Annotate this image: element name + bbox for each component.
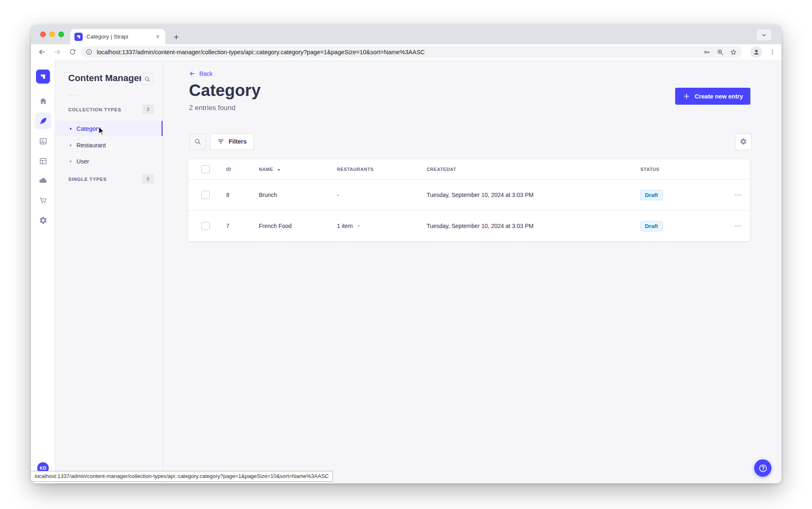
tab-search-chevron-icon[interactable]: [757, 29, 771, 41]
select-all-checkbox[interactable]: [201, 165, 210, 173]
minimize-window-button[interactable]: [49, 31, 55, 37]
nav-marketplace-icon[interactable]: [35, 192, 51, 209]
site-info-icon[interactable]: [86, 48, 93, 55]
tab-strip: Category | Strapi: [31, 25, 781, 44]
entries-table: ID NAME RESTAURANTS CREATEDAT STATUS 8 B…: [188, 159, 750, 241]
create-new-entry-label: Create new entry: [695, 93, 743, 100]
cell-name: French Food: [251, 223, 329, 229]
browser-toolbar: localhost:1337/admin/content-manager/col…: [31, 44, 781, 60]
subnav-divider: [68, 95, 78, 96]
tab-close-icon[interactable]: [154, 33, 161, 41]
sort-ascending-icon: [276, 167, 282, 172]
page-title: Category: [189, 81, 260, 100]
nav-settings-icon[interactable]: [35, 212, 51, 228]
question-mark-icon: [758, 463, 768, 473]
bullet-icon: [70, 144, 72, 146]
cell-restaurants: -: [329, 192, 418, 198]
subnav-title: Content Manager: [68, 73, 143, 84]
main-nav-rail: KD: [31, 60, 55, 483]
expand-caret-icon[interactable]: [356, 223, 361, 229]
plus-icon: [683, 92, 690, 100]
browser-profile-icon[interactable]: [750, 46, 762, 58]
collection-types-count-badge: 3: [143, 105, 153, 114]
nav-content-manager-icon[interactable]: [35, 113, 51, 129]
subnav-item-restaurant[interactable]: Restaurant: [55, 137, 162, 153]
password-manager-icon[interactable]: [703, 48, 711, 56]
close-window-button[interactable]: [40, 31, 46, 37]
column-header-createdat[interactable]: CREATEDAT: [418, 167, 632, 172]
column-header-restaurants[interactable]: RESTAURANTS: [329, 167, 418, 172]
reload-icon[interactable]: [67, 47, 77, 57]
subnav-item-label: User: [76, 158, 89, 165]
table-row[interactable]: 8 Brunch - Tuesday, September 10, 2024 a…: [188, 179, 750, 210]
table-row[interactable]: 7 French Food 1 item Tuesday, September …: [188, 210, 750, 241]
browser-window: Category | Strapi localhost:1337/admin/c…: [31, 25, 781, 483]
search-entries-icon[interactable]: [189, 133, 206, 150]
cell-id: 8: [218, 192, 251, 198]
single-types-label: SINGLE TYPES: [68, 177, 107, 182]
forward-navigation-icon[interactable]: [52, 47, 62, 57]
address-bar[interactable]: localhost:1337/admin/content-manager/col…: [81, 46, 742, 58]
back-link[interactable]: Back: [189, 70, 213, 77]
filters-label: Filters: [229, 138, 247, 145]
status-badge: Draft: [640, 190, 663, 200]
content-manager-subnav: Content Manager COLLECTION TYPES 3 Categ…: [55, 60, 163, 483]
browser-menu-icon[interactable]: [767, 47, 777, 57]
bookmark-star-icon[interactable]: [730, 48, 737, 56]
cell-restaurants[interactable]: 1 item: [329, 223, 418, 229]
main-content: Back Category 2 entries found Create new…: [163, 60, 781, 483]
link-preview-statusbar: localhost:1337/admin/content-manager/col…: [31, 471, 333, 482]
fullscreen-window-button[interactable]: [58, 31, 64, 37]
back-arrow-icon: [189, 70, 196, 77]
cell-createdat: Tuesday, September 10, 2024 at 3:03 PM: [418, 192, 632, 198]
single-types-count-badge: 0: [143, 174, 153, 183]
column-header-status[interactable]: STATUS: [632, 167, 717, 172]
nav-home-icon[interactable]: [35, 93, 51, 109]
strapi-admin: KD Content Manager COLLECTION TYPES 3 Ca…: [31, 60, 781, 483]
window-controls: [40, 31, 64, 37]
nav-content-type-builder-icon[interactable]: [35, 153, 51, 169]
row-actions-menu-icon[interactable]: [717, 191, 750, 199]
column-header-id[interactable]: ID: [218, 167, 251, 172]
back-navigation-icon[interactable]: [37, 47, 47, 57]
column-header-name[interactable]: NAME: [251, 167, 329, 172]
row-checkbox[interactable]: [201, 222, 210, 230]
url-text[interactable]: localhost:1337/admin/content-manager/col…: [97, 49, 703, 55]
cell-createdat: Tuesday, September 10, 2024 at 3:03 PM: [418, 223, 632, 229]
view-settings-gear-icon[interactable]: [735, 133, 752, 150]
strapi-logo[interactable]: [36, 70, 50, 84]
new-tab-button[interactable]: [170, 31, 182, 43]
status-badge: Draft: [640, 221, 663, 231]
browser-tab[interactable]: Category | Strapi: [70, 29, 165, 44]
create-new-entry-button[interactable]: Create new entry: [675, 88, 750, 105]
entries-count: 2 entries found: [189, 104, 235, 112]
tab-title: Category | Strapi: [86, 34, 150, 40]
cell-id: 7: [218, 223, 251, 229]
bullet-icon: [70, 161, 72, 162]
subnav-item-label: Restaurant: [76, 142, 106, 149]
nav-media-library-icon[interactable]: [35, 133, 51, 149]
subnav-item-category[interactable]: Category: [55, 121, 162, 136]
collection-types-label: COLLECTION TYPES: [68, 107, 121, 112]
filters-button[interactable]: Filters: [210, 133, 254, 150]
cell-name: Brunch: [251, 192, 329, 198]
back-label: Back: [199, 70, 213, 77]
filter-icon: [217, 138, 224, 145]
subnav-search-icon[interactable]: [141, 73, 153, 85]
help-button[interactable]: [754, 459, 771, 477]
row-checkbox[interactable]: [201, 191, 210, 199]
nav-deploy-cloud-icon[interactable]: [35, 172, 51, 189]
table-header-row: ID NAME RESTAURANTS CREATEDAT STATUS: [188, 159, 750, 179]
bullet-icon: [70, 128, 72, 130]
strapi-favicon-icon: [74, 33, 83, 41]
zoom-icon[interactable]: [716, 48, 724, 56]
row-actions-menu-icon[interactable]: [717, 222, 750, 230]
subnav-item-user[interactable]: User: [55, 154, 162, 169]
subnav-item-label: Category: [76, 125, 101, 132]
